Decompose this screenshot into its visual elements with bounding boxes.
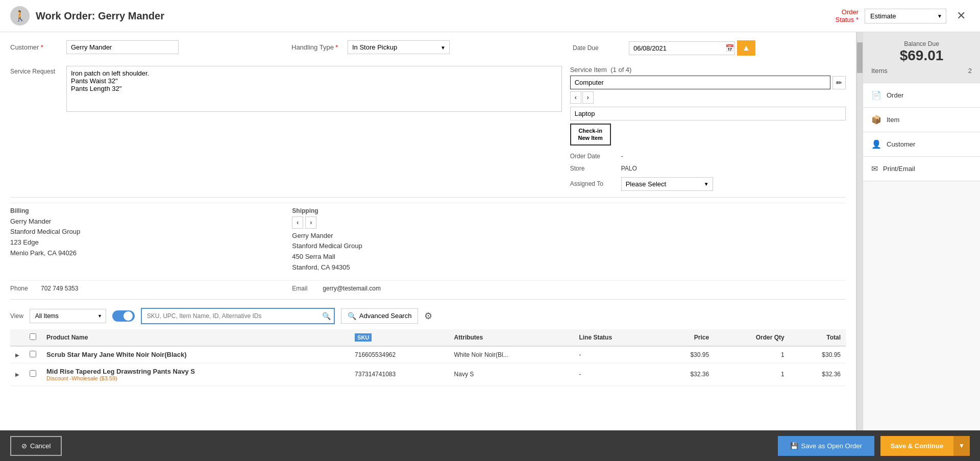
- items-toolbar: View All Items Services Products 🔍: [10, 305, 846, 324]
- line-status-1: -: [574, 346, 658, 363]
- billing-label: Billing: [10, 207, 282, 214]
- calendar-icon[interactable]: 📅: [725, 44, 734, 52]
- shipping-prev-button[interactable]: ‹: [292, 216, 303, 229]
- search-icon: 🔍: [322, 312, 331, 320]
- row-checkbox-1[interactable]: [30, 351, 36, 357]
- close-button[interactable]: ✕: [952, 7, 970, 25]
- header-right: Order Status * Estimate Open Closed Canc…: [835, 7, 970, 25]
- service-item-section: Service Item (1 of 4) ✏ ‹ ›: [570, 66, 846, 145]
- price-1: $30.95: [658, 346, 714, 363]
- edit-service-item-button[interactable]: ✏: [832, 76, 846, 89]
- orange-nav-button[interactable]: ▲: [737, 40, 755, 56]
- date-due-label: Date Due: [573, 44, 624, 52]
- item-icon: 📦: [871, 115, 881, 125]
- sidebar-item-order[interactable]: 📄 Order: [863, 83, 980, 108]
- shipping-section: Shipping ‹ › Gerry Mander Stanford Medic…: [292, 207, 564, 273]
- save-icon: 💾: [790, 442, 798, 450]
- sidebar-item-item[interactable]: 📦 Item: [863, 108, 980, 132]
- order-details-section: Order Date - Store PALO Assigned To Plea…: [570, 153, 846, 191]
- gear-button[interactable]: ⚙: [424, 310, 432, 322]
- order-qty-2: 1: [714, 363, 790, 385]
- handling-type-section: Handling Type * In Store Pickup Delivery…: [291, 40, 565, 60]
- attributes-1: White Noir Noir(Bl...: [449, 346, 574, 363]
- col-product-name: Product Name: [41, 329, 350, 346]
- row-expand-2[interactable]: ▶: [15, 372, 19, 377]
- sidebar-item-print-email[interactable]: ✉ Print/Email: [863, 157, 980, 181]
- service-request-label: Service Request: [10, 66, 61, 75]
- section-divider-2: [10, 299, 846, 300]
- assigned-to-select[interactable]: Please Select: [621, 177, 713, 191]
- select-all-checkbox[interactable]: [30, 333, 36, 340]
- toggle-switch[interactable]: [112, 310, 135, 322]
- table-row: ▶ Mid Rise Tapered Leg Drawstring Pants …: [10, 363, 846, 385]
- person-icon: 🚶: [10, 6, 30, 26]
- sku-1: 716605534962: [350, 346, 449, 363]
- date-due-input[interactable]: [629, 41, 735, 55]
- main-content: Customer * Handling Type *: [0, 32, 856, 430]
- save-continue-dropdown-button[interactable]: ▼: [953, 436, 970, 456]
- price-2: $32.36: [658, 363, 714, 385]
- customer-icon: 👤: [871, 139, 881, 149]
- total-2: $32.36: [790, 363, 846, 385]
- section-divider-1: [10, 197, 846, 198]
- col-attributes: Attributes: [449, 329, 574, 346]
- save-open-order-button[interactable]: 💾 Save as Open Order: [778, 436, 874, 456]
- row-checkbox-2[interactable]: [30, 370, 36, 377]
- sidebar-item-customer[interactable]: 👤 Customer: [863, 132, 980, 157]
- handling-type-label: Handling Type *: [291, 43, 342, 51]
- checkin-new-item-button[interactable]: Check-inNew Item: [570, 124, 611, 145]
- cancel-button[interactable]: ⊘ Cancel: [10, 436, 62, 456]
- handling-type-select[interactable]: In Store Pickup Delivery Ship: [348, 40, 450, 54]
- table-row: ▶ Scrub Star Mary Jane White Noir Noir(B…: [10, 346, 846, 363]
- order-status-select[interactable]: Estimate Open Closed Cancelled: [865, 9, 946, 23]
- scrollbar-thumb[interactable]: [857, 42, 863, 73]
- save-continue-group: Save & Continue ▼: [880, 436, 970, 456]
- save-continue-button[interactable]: Save & Continue: [880, 436, 953, 456]
- advanced-search-button[interactable]: 🔍 Advanced Search: [341, 308, 419, 324]
- sidebar-nav: 📄 Order 📦 Item 👤 Customer ✉ Print/Email: [863, 83, 980, 181]
- items-table: Product Name SKU Attributes Line Status …: [10, 329, 846, 386]
- modal-header: 🚶 Work Order: Gerry Mander Order Status …: [0, 0, 980, 32]
- work-order-modal: 🚶 Work Order: Gerry Mander Order Status …: [0, 0, 980, 461]
- service-item-prev-button[interactable]: ‹: [570, 91, 581, 104]
- col-order-qty: Order Qty: [714, 329, 790, 346]
- sku-2: 737314741083: [350, 363, 449, 385]
- product-name-1: Scrub Star Mary Jane White Noir Noir(Bla…: [46, 351, 345, 358]
- advanced-search-icon: 🔍: [348, 312, 356, 320]
- order-status-label: Order Status *: [835, 8, 859, 23]
- view-select[interactable]: All Items Services Products: [30, 309, 106, 323]
- balance-due-section: Balance Due $69.01 Items 2: [863, 32, 980, 83]
- service-request-textarea[interactable]: Iron patch on left shoulder. Pants Waist…: [66, 66, 562, 112]
- line-status-2: -: [574, 363, 658, 385]
- search-input[interactable]: [141, 308, 335, 324]
- row-expand-1[interactable]: ▶: [15, 352, 19, 358]
- shipping-label: Shipping: [292, 207, 564, 214]
- modal-body: Customer * Handling Type *: [0, 32, 980, 430]
- order-status-select-wrapper: Estimate Open Closed Cancelled: [865, 9, 946, 23]
- attributes-2: Navy S: [449, 363, 574, 385]
- discount-text-2: Discount -Wholesale ($3.59): [46, 375, 345, 381]
- table-header-row: Product Name SKU Attributes Line Status …: [10, 329, 846, 346]
- total-1: $30.95: [790, 346, 846, 363]
- customer-input[interactable]: [66, 40, 179, 54]
- col-price: Price: [658, 329, 714, 346]
- shipping-next-button[interactable]: ›: [305, 216, 316, 229]
- service-request-section: Service Request Iron patch on left shoul…: [10, 66, 562, 145]
- search-input-wrapper: 🔍: [141, 308, 335, 324]
- customer-label: Customer *: [10, 43, 61, 51]
- scrollbar-track[interactable]: [856, 32, 863, 430]
- toggle-slider: [112, 310, 135, 322]
- service-item-next-button[interactable]: ›: [582, 91, 594, 104]
- service-item-input-1[interactable]: [570, 76, 830, 89]
- col-sku: SKU: [350, 329, 449, 346]
- col-line-status: Line Status: [574, 329, 658, 346]
- cancel-icon: ⊘: [21, 442, 27, 450]
- billing-section: Billing Gerry Mander Stanford Medical Gr…: [10, 207, 282, 273]
- sidebar-item-order-label: Order: [887, 91, 903, 99]
- col-total: Total: [790, 329, 846, 346]
- order-icon: 📄: [871, 90, 881, 100]
- print-email-icon: ✉: [871, 164, 878, 174]
- service-item-input-2[interactable]: [570, 107, 846, 120]
- product-name-2: Mid Rise Tapered Leg Drawstring Pants Na…: [46, 368, 345, 375]
- sidebar-item-customer-label: Customer: [887, 140, 915, 148]
